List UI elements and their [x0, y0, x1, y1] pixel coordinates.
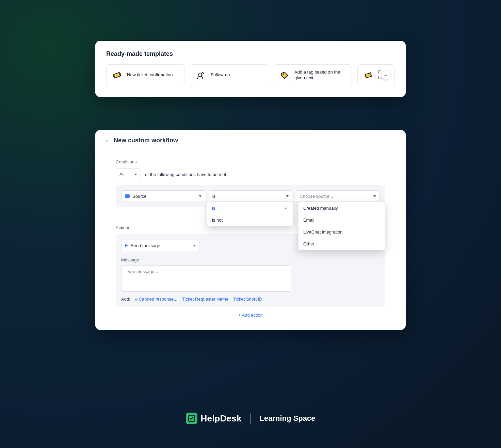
- brand: HelpDesk: [186, 413, 242, 424]
- value-option-label: Other: [303, 241, 314, 246]
- operator-option-is-not[interactable]: is not: [207, 214, 293, 226]
- chevron-down-icon: [199, 195, 201, 197]
- templates-row: New ticket confirmation Follow-up Add a …: [106, 64, 395, 86]
- conditions-label: Conditions: [116, 159, 385, 164]
- person-arrow-icon: [196, 70, 206, 80]
- condition-value-select[interactable]: Choose source...: [296, 190, 380, 202]
- operator-option-label: is: [212, 206, 215, 211]
- templates-heading: Ready-made templates: [106, 50, 395, 58]
- operator-option-is[interactable]: is ✓: [207, 202, 293, 214]
- add-link-shortid[interactable]: Ticket Short ID: [233, 297, 262, 302]
- add-label: Add:: [121, 297, 130, 302]
- tag-icon: [279, 70, 290, 80]
- conditions-match-line: All of the following conditions have to …: [116, 169, 385, 180]
- svg-point-2: [119, 73, 121, 75]
- match-suffix-text: of the following conditions have to be m…: [145, 172, 227, 177]
- ticket-arrow-icon: [363, 70, 373, 80]
- svg-rect-0: [113, 72, 120, 78]
- condition-operator-select[interactable]: is: [209, 190, 293, 202]
- message-label: Message: [121, 257, 380, 262]
- add-variables-line: Add: # Canned response... Ticket Request…: [121, 297, 380, 302]
- chevron-down-icon: [286, 195, 289, 197]
- value-option-label: Created manually: [303, 206, 338, 211]
- value-dropdown: Created manually Email LiveChat integrat…: [298, 202, 385, 250]
- footer-section: Learning Space: [260, 414, 316, 423]
- condition-field-label: Source: [132, 194, 146, 199]
- add-action-button[interactable]: + Add action: [116, 313, 385, 320]
- divider: [251, 413, 251, 424]
- message-input[interactable]: [121, 265, 291, 292]
- template-label: New ticket confirmation: [127, 72, 173, 78]
- chevron-down-icon: [134, 174, 137, 175]
- template-card-add-tag[interactable]: Add a tag based on the given text: [274, 64, 352, 86]
- value-option-label: Email: [303, 218, 314, 223]
- back-arrow-icon[interactable]: ←: [104, 138, 110, 144]
- value-option[interactable]: Created manually: [298, 202, 385, 214]
- add-link-canned[interactable]: # Canned response...: [135, 297, 177, 302]
- arrow-right-icon: →: [384, 73, 388, 78]
- template-label: Add a tag based on the given text: [294, 69, 346, 81]
- operator-option-label: is not: [212, 218, 223, 223]
- send-icon: [125, 244, 128, 247]
- condition-value-placeholder: Choose source...: [300, 194, 333, 199]
- templates-scroll-right[interactable]: →: [381, 70, 391, 80]
- svg-point-1: [113, 76, 115, 77]
- value-option-label: LiveChat integration: [303, 229, 343, 235]
- helpdesk-logo-icon: [186, 413, 197, 424]
- add-link-requester[interactable]: Ticket Requester Name: [182, 297, 228, 302]
- template-card-follow-up[interactable]: Follow-up: [190, 64, 268, 86]
- svg-point-4: [282, 73, 284, 75]
- footer: HelpDesk Learning Space: [0, 413, 501, 424]
- check-icon: ✓: [285, 206, 288, 211]
- workflow-panel: ← New custom workflow Conditions All of …: [95, 130, 406, 330]
- chevron-down-icon: [193, 245, 196, 246]
- templates-panel: Ready-made templates New ticket confirma…: [95, 41, 406, 97]
- value-option[interactable]: LiveChat integration: [298, 226, 385, 238]
- condition-operator-value: is: [212, 194, 215, 199]
- condition-row: Source is Choose source... is ✓: [116, 185, 385, 207]
- brand-name: HelpDesk: [201, 413, 242, 424]
- operator-dropdown: is ✓ is not: [207, 202, 293, 226]
- template-label: Follow-up: [211, 72, 230, 78]
- value-option[interactable]: Other: [298, 238, 385, 250]
- svg-point-3: [198, 73, 201, 76]
- match-select-value: All: [119, 172, 124, 177]
- value-option[interactable]: Email: [298, 214, 385, 226]
- match-select[interactable]: All: [116, 169, 141, 180]
- workflow-header: ← New custom workflow: [95, 130, 406, 151]
- ticket-icon: [112, 70, 122, 80]
- template-card-new-ticket[interactable]: New ticket confirmation: [106, 64, 184, 86]
- action-select[interactable]: Send message: [121, 240, 199, 251]
- source-icon: [125, 194, 130, 198]
- condition-field-select[interactable]: Source: [121, 190, 205, 202]
- action-select-value: Send message: [131, 243, 160, 248]
- chevron-down-icon: [373, 195, 376, 197]
- workflow-body: Conditions All of the following conditio…: [95, 151, 406, 330]
- workflow-title: New custom workflow: [114, 137, 178, 144]
